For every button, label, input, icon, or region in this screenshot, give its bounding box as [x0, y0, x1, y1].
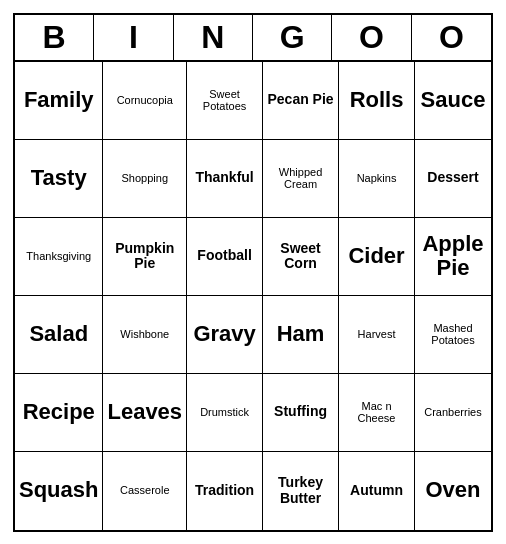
bingo-cell-26: Drumstick: [187, 374, 263, 452]
cell-text-25: Leaves: [107, 400, 182, 424]
bingo-cell-30: Squash: [15, 452, 103, 530]
header-letter-b-0: B: [15, 15, 94, 60]
bingo-cell-11: Dessert: [415, 140, 491, 218]
cell-text-13: Pumpkin Pie: [107, 241, 182, 272]
header-letter-o-5: O: [412, 15, 491, 60]
bingo-cell-8: Thankful: [187, 140, 263, 218]
bingo-cell-33: Turkey Butter: [263, 452, 339, 530]
cell-text-2: Sweet Potatoes: [191, 88, 258, 112]
bingo-cell-2: Sweet Potatoes: [187, 62, 263, 140]
cell-text-18: Salad: [29, 322, 88, 346]
cell-text-20: Gravy: [193, 322, 255, 346]
cell-text-21: Ham: [277, 322, 325, 346]
header-letter-o-4: O: [332, 15, 411, 60]
bingo-cell-12: Thanksgiving: [15, 218, 103, 296]
header-letter-i-1: I: [94, 15, 173, 60]
bingo-cell-34: Autumn: [339, 452, 415, 530]
bingo-cell-13: Pumpkin Pie: [103, 218, 187, 296]
cell-text-32: Tradition: [195, 483, 254, 498]
bingo-cell-15: Sweet Corn: [263, 218, 339, 296]
header-letter-g-3: G: [253, 15, 332, 60]
bingo-cell-10: Napkins: [339, 140, 415, 218]
bingo-cell-23: Mashed Potatoes: [415, 296, 491, 374]
bingo-cell-5: Sauce: [415, 62, 491, 140]
bingo-cell-16: Cider: [339, 218, 415, 296]
bingo-cell-32: Tradition: [187, 452, 263, 530]
bingo-cell-3: Pecan Pie: [263, 62, 339, 140]
cell-text-8: Thankful: [195, 170, 253, 185]
cell-text-16: Cider: [348, 244, 404, 268]
bingo-cell-1: Cornucopia: [103, 62, 187, 140]
bingo-cell-6: Tasty: [15, 140, 103, 218]
bingo-cell-17: Apple Pie: [415, 218, 491, 296]
bingo-cell-7: Shopping: [103, 140, 187, 218]
header-letter-n-2: N: [174, 15, 253, 60]
cell-text-9: Whipped Cream: [267, 166, 334, 190]
cell-text-24: Recipe: [23, 400, 95, 424]
bingo-cell-20: Gravy: [187, 296, 263, 374]
cell-text-31: Casserole: [120, 484, 170, 496]
cell-text-29: Cranberries: [424, 406, 481, 418]
bingo-cell-19: Wishbone: [103, 296, 187, 374]
bingo-cell-29: Cranberries: [415, 374, 491, 452]
cell-text-15: Sweet Corn: [267, 241, 334, 272]
bingo-cell-21: Ham: [263, 296, 339, 374]
bingo-header: BINGOO: [15, 15, 491, 62]
cell-text-12: Thanksgiving: [26, 250, 91, 262]
bingo-cell-0: Family: [15, 62, 103, 140]
cell-text-35: Oven: [425, 478, 480, 502]
cell-text-6: Tasty: [31, 166, 87, 190]
bingo-cell-28: Mac n Cheese: [339, 374, 415, 452]
cell-text-23: Mashed Potatoes: [419, 322, 487, 346]
cell-text-5: Sauce: [421, 88, 486, 112]
cell-text-7: Shopping: [122, 172, 169, 184]
bingo-cell-31: Casserole: [103, 452, 187, 530]
bingo-cell-22: Harvest: [339, 296, 415, 374]
bingo-grid: FamilyCornucopiaSweet PotatoesPecan PieR…: [15, 62, 491, 530]
bingo-cell-25: Leaves: [103, 374, 187, 452]
cell-text-1: Cornucopia: [117, 94, 173, 106]
cell-text-26: Drumstick: [200, 406, 249, 418]
cell-text-0: Family: [24, 88, 94, 112]
cell-text-34: Autumn: [350, 483, 403, 498]
cell-text-27: Stuffing: [274, 404, 327, 419]
cell-text-22: Harvest: [358, 328, 396, 340]
bingo-cell-4: Rolls: [339, 62, 415, 140]
cell-text-33: Turkey Butter: [267, 475, 334, 506]
bingo-cell-18: Salad: [15, 296, 103, 374]
cell-text-19: Wishbone: [120, 328, 169, 340]
bingo-cell-27: Stuffing: [263, 374, 339, 452]
cell-text-10: Napkins: [357, 172, 397, 184]
bingo-cell-9: Whipped Cream: [263, 140, 339, 218]
cell-text-14: Football: [197, 248, 251, 263]
bingo-cell-35: Oven: [415, 452, 491, 530]
cell-text-11: Dessert: [427, 170, 478, 185]
bingo-cell-14: Football: [187, 218, 263, 296]
bingo-cell-24: Recipe: [15, 374, 103, 452]
cell-text-3: Pecan Pie: [267, 92, 333, 107]
cell-text-4: Rolls: [350, 88, 404, 112]
cell-text-30: Squash: [19, 478, 98, 502]
cell-text-28: Mac n Cheese: [343, 400, 410, 424]
bingo-card: BINGOO FamilyCornucopiaSweet PotatoesPec…: [13, 13, 493, 532]
cell-text-17: Apple Pie: [419, 232, 487, 280]
